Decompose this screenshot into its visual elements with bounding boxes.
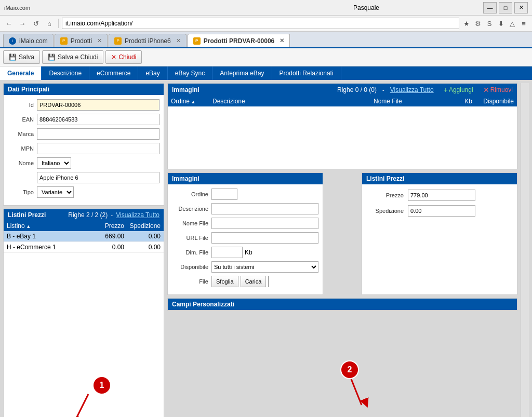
col-kb[interactable]: Kb [451, 98, 472, 105]
tab-descrizione[interactable]: Descrizione [42, 66, 89, 80]
url-file-input[interactable] [211, 232, 318, 244]
plus-icon: + [444, 86, 448, 94]
ordine-input[interactable] [211, 189, 237, 200]
dim-file-row: Dim. File Kb [172, 247, 318, 258]
listino-ebay1: B - eBay 1 [7, 233, 83, 240]
tab-generale[interactable]: Generale [0, 66, 42, 80]
refresh-button[interactable]: ↺ [30, 18, 42, 29]
listini-row-ecommerce1[interactable]: H - eCommerce 1 0.00 0.00 [4, 242, 164, 253]
images-visualizza-link[interactable]: Visualizza Tutto [390, 86, 434, 93]
skype-icon[interactable]: S [484, 18, 495, 29]
id-row: Id [8, 99, 159, 111]
tab-imaio[interactable]: i iMaio.com [3, 34, 54, 47]
aggiungi-button[interactable]: + Aggiungi [444, 86, 473, 94]
ean-input[interactable] [37, 114, 159, 125]
tab-favicon-imaio: i [9, 37, 16, 45]
nome-lang-select[interactable]: Italiano [37, 157, 71, 169]
col-spedizione[interactable]: Spedizione [124, 222, 161, 230]
scrollbar[interactable] [521, 83, 529, 417]
campi-personalizzati-header: Campi Personalizzati [168, 299, 517, 310]
back-button[interactable]: ← [3, 18, 15, 29]
minimize-button[interactable]: — [483, 2, 497, 14]
mpn-input[interactable] [37, 143, 159, 154]
tab-prdvar[interactable]: P Prodotti PRDVAR-00006 ✕ [188, 34, 290, 47]
ordine-label: Ordine [172, 191, 208, 197]
col-ordine[interactable]: Ordine [171, 98, 212, 105]
listini-left-header: Listini Prezzi Righe 2 / 2 (2) - Visuali… [4, 209, 164, 221]
dim-file-input[interactable] [211, 247, 243, 258]
tab-close-prdvar[interactable]: ✕ [280, 37, 284, 44]
col-disponibile[interactable]: Disponibile [472, 98, 514, 105]
right-spedizione-input[interactable] [408, 205, 475, 217]
app-toolbar: 💾 Salva 💾 Salva e Chiudi ✕ Chiudi [0, 48, 532, 66]
right-spedizione-label: Spedizione [367, 208, 404, 214]
tab-favicon-prdvar: P [193, 37, 201, 45]
images-top-section: Immagini Righe 0 / 0 (0) - Visualizza Tu… [167, 83, 517, 169]
right-spedizione-row: Spedizione [367, 205, 512, 217]
tab-iphone6[interactable]: P Prodotti iPhone6 ✕ [109, 34, 187, 47]
tab-anteprima-ebay[interactable]: Anteprima eBay [212, 66, 272, 80]
tab-close-iphone6[interactable]: ✕ [176, 37, 181, 44]
address-bar[interactable] [62, 18, 459, 29]
disponibile-select[interactable]: Su tutti i sistemi [211, 261, 318, 273]
nome-lang-row: Nome Italiano [8, 157, 159, 169]
download-icon[interactable]: ⬇ [496, 18, 506, 29]
col-prezzo[interactable]: Prezzo [83, 222, 124, 230]
window-user: Pasquale [353, 4, 379, 11]
right-prezzo-label: Prezzo [367, 192, 404, 198]
img-descrizione-row: Descrizione [172, 203, 318, 214]
images-top-header: Immagini Righe 0 / 0 (0) - Visualizza Tu… [168, 84, 517, 96]
close-icon: ✕ [111, 53, 116, 61]
id-input[interactable] [37, 99, 159, 111]
save-button[interactable]: 💾 Salva [3, 50, 40, 64]
tab-ebay-sync[interactable]: eBay Sync [168, 66, 212, 80]
carica-button[interactable]: Carica [241, 276, 267, 287]
titlebar-title: iMaio.com [4, 5, 30, 11]
img-descrizione-label: Descrizione [172, 206, 208, 212]
section-tabs: Generale Descrizione eCommerce eBay eBay… [0, 66, 532, 80]
x-icon: ✕ [483, 86, 489, 94]
tipo-select[interactable]: Variante [37, 186, 74, 198]
listini-visualizza-link[interactable]: Visualizza Tutto [116, 211, 159, 219]
forward-button[interactable]: → [17, 18, 28, 29]
save-close-icon: 💾 [48, 53, 56, 61]
tab-close-prodotti[interactable]: ✕ [97, 37, 102, 44]
left-panel: Dati Principali Id EAN Marca [3, 83, 164, 417]
url-file-row: URL File [172, 232, 318, 244]
tipo-label: Tipo [8, 189, 34, 195]
maximize-button[interactable]: □ [499, 2, 512, 14]
browser-tabs: i iMaio.com P Prodotti ✕ P Prodotti iPho… [0, 32, 532, 48]
kb-label: Kb [245, 249, 252, 256]
listini-row-ebay1[interactable]: B - eBay 1 669.00 0.00 [4, 231, 164, 242]
col-listino[interactable]: Listino [7, 222, 83, 230]
nome-input[interactable] [37, 172, 159, 183]
col-nome-file[interactable]: Nome File [374, 98, 451, 105]
ean-row: EAN [8, 114, 159, 125]
sfoglia-button[interactable]: Sfoglia [211, 276, 238, 287]
campi-personalizzati-section: Campi Personalizzati [167, 298, 517, 311]
right-prezzo-input[interactable] [408, 190, 475, 201]
tab-prodotti-relazionati[interactable]: Prodotti Relazionati [272, 66, 341, 80]
save-close-button[interactable]: 💾 Salva e Chiudi [42, 50, 103, 64]
tab-ecommerce[interactable]: eCommerce [89, 66, 138, 80]
rimuovi-button[interactable]: ✕ Rimuovi [483, 86, 513, 94]
img-descrizione-input[interactable] [211, 203, 318, 214]
id-label: Id [8, 102, 34, 108]
menu-icon[interactable]: ≡ [518, 18, 529, 29]
bookmark-icon[interactable]: ★ [461, 18, 472, 29]
tab-ebay[interactable]: eBay [138, 66, 167, 80]
upload-icon[interactable]: △ [507, 18, 517, 29]
close-button[interactable]: ✕ Chiudi [105, 50, 142, 64]
settings-icon[interactable]: ⚙ [473, 18, 483, 29]
browser-toolbar: ← → ↺ ⌂ ★ ⚙ S ⬇ △ ≡ [0, 16, 532, 32]
titlebar: iMaio.com Pasquale — □ ✕ [0, 0, 532, 16]
col-descrizione[interactable]: Descrizione [212, 98, 374, 105]
tab-prodotti[interactable]: P Prodotti ✕ [55, 34, 108, 47]
dim-file-label: Dim. File [172, 249, 208, 255]
dati-principali-header: Dati Principali [4, 84, 164, 95]
close-window-button[interactable]: ✕ [514, 2, 528, 14]
nome-value-row [8, 172, 159, 183]
nome-file-input[interactable] [211, 218, 318, 229]
home-button[interactable]: ⌂ [44, 18, 55, 29]
marca-input[interactable] [37, 128, 159, 140]
